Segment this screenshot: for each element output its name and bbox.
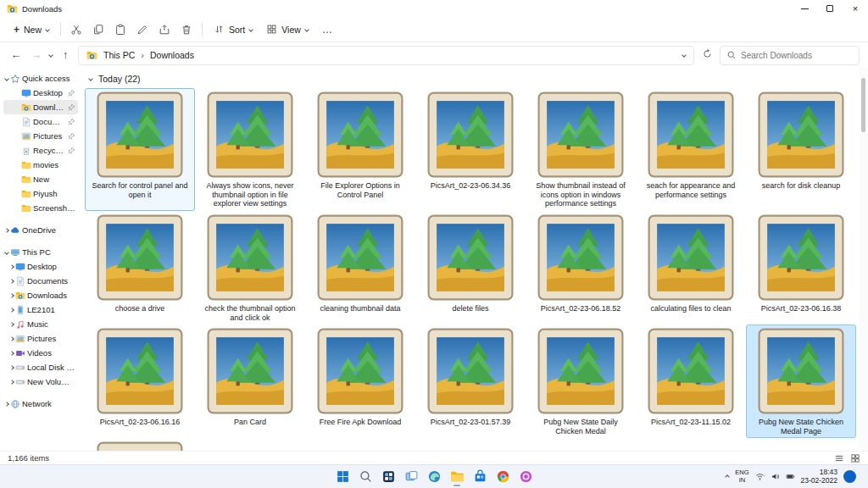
chevron-right-icon[interactable] <box>9 365 14 370</box>
file-item[interactable]: Search for control panel and open it <box>85 88 195 211</box>
sidebar-item-movies[interactable]: movies <box>3 158 78 172</box>
sidebar-item-desktop[interactable]: Desktop <box>3 259 78 274</box>
taskbar-picsart-button[interactable] <box>516 467 535 487</box>
large-icons-view-button[interactable] <box>850 453 860 463</box>
paste-button[interactable] <box>109 19 131 40</box>
back-button[interactable]: ← <box>8 49 24 61</box>
file-item[interactable]: Free Fire Apk Download <box>305 324 415 438</box>
address-dropdown-chevron-icon[interactable] <box>682 53 687 58</box>
sidebar-item-pictures[interactable]: Pictures <box>3 129 78 143</box>
sidebar-item-downloads[interactable]: Downloads <box>3 100 78 114</box>
file-item[interactable]: PicsArt_02-23-06.16.38 <box>746 211 856 324</box>
sidebar-item-recycle-bin[interactable]: Recycle Bin <box>3 143 78 158</box>
file-item[interactable]: choose a drive <box>85 211 195 324</box>
battery-icon[interactable] <box>786 472 795 481</box>
rename-button[interactable] <box>131 19 153 40</box>
delete-button[interactable] <box>175 19 198 40</box>
chevron-right-icon[interactable] <box>9 336 14 341</box>
breadcrumb-this-pc[interactable]: This PC <box>103 50 135 60</box>
chevron-right-icon[interactable] <box>9 264 14 269</box>
chevron-right-icon[interactable] <box>4 228 9 233</box>
file-item[interactable]: PicsArt_02-23-01.57.39 <box>415 324 526 438</box>
vertical-scrollbar[interactable] <box>860 68 868 451</box>
file-item[interactable]: PicsArt_02-23-06.34.36 <box>415 88 526 211</box>
copy-button[interactable] <box>87 19 109 40</box>
sidebar-item-downloads[interactable]: Downloads <box>3 288 78 302</box>
view-button[interactable]: View <box>259 21 315 37</box>
tray-overflow-chevron-icon[interactable] <box>725 474 730 480</box>
sidebar-item-onedrive[interactable]: OneDrive <box>3 223 78 237</box>
taskbar-search-button[interactable] <box>356 467 375 487</box>
chevron-right-icon[interactable] <box>9 308 14 313</box>
sidebar-item-piyush[interactable]: Piyush <box>3 186 78 201</box>
sidebar-item-new-volume-d[interactable]: New Volume (D:) <box>3 374 78 389</box>
file-item[interactable]: PicsArt_02-23-06.16.16 <box>85 324 195 438</box>
cut-button[interactable] <box>65 19 87 40</box>
file-item[interactable]: PicsArt_02-23-06.18.52 <box>526 211 636 324</box>
file-item[interactable]: File Explorer Options in Control Panel <box>305 88 415 211</box>
forward-button[interactable]: → <box>29 49 44 61</box>
chevron-right-icon[interactable] <box>9 279 14 284</box>
sidebar-item-new[interactable]: New <box>3 172 78 186</box>
taskbar-widgets-button[interactable] <box>379 467 398 487</box>
file-item[interactable]: Show thumbnail instead of icons option i… <box>526 88 636 211</box>
scrollbar-thumb[interactable] <box>861 78 865 132</box>
file-item[interactable]: Pubg New State Chicken Medal Page <box>746 324 856 438</box>
clock[interactable]: 18:43 23-02-2022 <box>801 469 837 485</box>
chevron-right-icon[interactable] <box>4 402 9 407</box>
search-input[interactable] <box>741 51 853 60</box>
file-item[interactable]: Pan Card <box>195 324 305 438</box>
file-item[interactable]: PicsArt_02-23-11.15.02 <box>636 324 746 438</box>
collapse-group-chevron-icon[interactable] <box>88 76 93 81</box>
share-button[interactable] <box>153 19 175 40</box>
sidebar-section-quick-access[interactable]: Quick access <box>3 71 78 86</box>
volume-icon[interactable] <box>771 472 780 481</box>
close-button[interactable]: × <box>843 0 868 17</box>
sidebar-item-network[interactable]: Network <box>3 396 78 411</box>
more-options-button[interactable]: … <box>315 21 340 38</box>
sidebar-item-documents[interactable]: Documents <box>3 114 78 129</box>
sidebar-item-pictures[interactable]: Pictures <box>3 331 78 346</box>
minimize-button[interactable] <box>792 0 817 17</box>
wifi-icon[interactable] <box>755 472 765 481</box>
file-item[interactable]: check the thumbnail option and click ok <box>195 211 305 324</box>
taskbar-chrome-button[interactable] <box>493 467 512 487</box>
chevron-right-icon[interactable] <box>9 293 14 298</box>
address-bar[interactable]: This PC › Downloads <box>78 46 694 65</box>
refresh-button[interactable] <box>699 48 715 62</box>
sidebar-item-videos[interactable]: Videos <box>3 346 78 360</box>
up-button[interactable]: ↑ <box>58 49 73 61</box>
chevron-down-icon[interactable] <box>4 250 9 255</box>
sidebar-item-music[interactable]: Music <box>3 317 78 331</box>
chevron-right-icon[interactable] <box>9 351 14 356</box>
chevron-right-icon[interactable] <box>9 380 14 385</box>
maximize-button[interactable] <box>817 0 843 17</box>
taskbar-task-view-button[interactable] <box>402 467 420 487</box>
recent-locations-chevron-icon[interactable] <box>48 53 53 58</box>
file-item[interactable]: Always show icons, never thumbnail optio… <box>195 88 305 211</box>
breadcrumb-downloads[interactable]: Downloads <box>150 50 194 60</box>
taskbar-store-button[interactable] <box>470 467 489 487</box>
file-item[interactable]: calculating files to clean <box>636 211 746 324</box>
sort-button[interactable]: Sort <box>207 21 259 37</box>
chevron-right-icon[interactable] <box>9 322 14 327</box>
sidebar-item-screenshots[interactable]: Screenshots <box>3 201 78 215</box>
search-box[interactable] <box>720 46 860 65</box>
sidebar-section-this-pc[interactable]: This PC <box>3 245 78 259</box>
notifications-badge[interactable] <box>843 470 856 483</box>
language-indicator[interactable]: ENG IN <box>735 469 748 484</box>
sidebar-item-documents[interactable]: Documents <box>3 274 78 288</box>
file-item[interactable]: search for disk cleanup <box>746 88 856 211</box>
file-item[interactable]: delete files <box>415 211 526 324</box>
taskbar-edge-button[interactable] <box>425 467 443 487</box>
file-item[interactable]: Pubg New State Daily Chicken Medal <box>526 324 636 438</box>
details-view-button[interactable] <box>834 453 844 463</box>
sidebar-item-local-disk-c[interactable]: Local Disk (C:) <box>3 360 78 374</box>
taskbar-file-explorer-button[interactable] <box>448 467 466 487</box>
chevron-down-icon[interactable] <box>4 76 9 81</box>
file-item[interactable]: seach for appearance and performance set… <box>636 88 746 211</box>
file-item[interactable]: cleaning thumbnail data <box>305 211 415 324</box>
sidebar-item-desktop[interactable]: Desktop <box>3 86 78 100</box>
taskbar-start-button[interactable] <box>333 467 352 487</box>
file-item[interactable] <box>85 438 195 451</box>
